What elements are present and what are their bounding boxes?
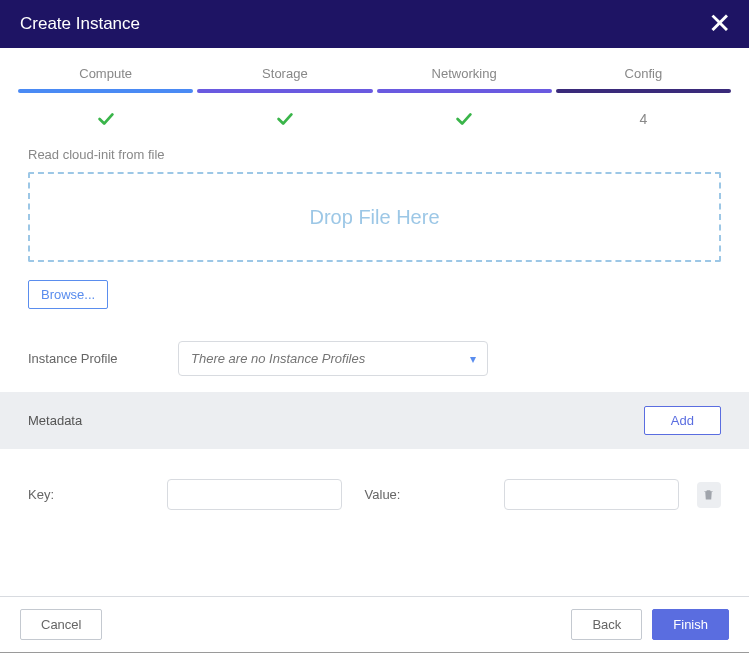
dialog-title: Create Instance xyxy=(20,14,140,34)
step-label: Storage xyxy=(197,66,372,89)
check-icon xyxy=(95,108,117,130)
step-progress-bar xyxy=(556,89,731,93)
check-icon xyxy=(453,108,475,130)
step-label: Config xyxy=(556,66,731,89)
step-compute[interactable]: Compute xyxy=(18,66,193,131)
instance-profile-label: Instance Profile xyxy=(28,351,178,366)
file-drop-zone[interactable]: Drop File Here xyxy=(28,172,721,262)
step-progress-bar xyxy=(377,89,552,93)
back-button[interactable]: Back xyxy=(571,609,642,640)
step-progress-bar xyxy=(18,89,193,93)
step-indicator xyxy=(18,107,193,131)
step-indicator xyxy=(197,107,372,131)
step-storage[interactable]: Storage xyxy=(197,66,372,131)
step-progress-bar xyxy=(197,89,372,93)
step-number: 4 xyxy=(639,111,647,127)
finish-button[interactable]: Finish xyxy=(652,609,729,640)
step-networking[interactable]: Networking xyxy=(377,66,552,131)
cancel-button[interactable]: Cancel xyxy=(20,609,102,640)
step-navigation: Compute Storage Networking Config 4 xyxy=(0,48,749,131)
metadata-key-input[interactable] xyxy=(167,479,342,510)
step-label: Compute xyxy=(18,66,193,89)
dialog-body: Read cloud-init from file Drop File Here… xyxy=(0,131,749,596)
step-indicator xyxy=(377,107,552,131)
metadata-header: Metadata Add xyxy=(0,392,749,449)
metadata-title: Metadata xyxy=(28,413,82,428)
dialog-footer: Cancel Back Finish xyxy=(0,596,749,653)
metadata-row: Key: Value: xyxy=(28,479,721,530)
step-config[interactable]: Config 4 xyxy=(556,66,731,131)
instance-profile-input[interactable] xyxy=(178,341,488,376)
instance-profile-select[interactable]: ▾ xyxy=(178,341,488,376)
metadata-value-input[interactable] xyxy=(504,479,679,510)
step-label: Networking xyxy=(377,66,552,89)
metadata-value-label: Value: xyxy=(365,487,504,502)
cloud-init-label: Read cloud-init from file xyxy=(28,147,721,162)
trash-icon xyxy=(702,488,715,501)
step-indicator: 4 xyxy=(556,107,731,131)
delete-metadata-button[interactable] xyxy=(697,482,721,508)
close-icon[interactable]: ✕ xyxy=(708,10,731,38)
metadata-key-label: Key: xyxy=(28,487,167,502)
add-metadata-button[interactable]: Add xyxy=(644,406,721,435)
browse-button[interactable]: Browse... xyxy=(28,280,108,309)
drop-zone-text: Drop File Here xyxy=(309,206,439,229)
check-icon xyxy=(274,108,296,130)
dialog-header: Create Instance ✕ xyxy=(0,0,749,48)
instance-profile-row: Instance Profile ▾ xyxy=(28,341,721,376)
